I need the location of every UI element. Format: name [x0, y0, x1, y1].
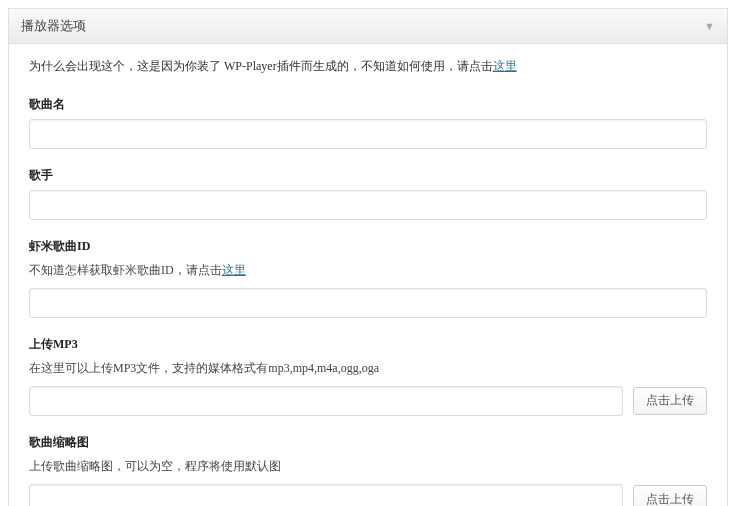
- song-name-input[interactable]: [29, 119, 707, 149]
- song-name-label: 歌曲名: [29, 96, 707, 113]
- xiami-help-link[interactable]: 这里: [222, 263, 246, 277]
- upload-mp3-hint: 在这里可以上传MP3文件，支持的媒体格式有mp3,mp4,m4a,ogg,oga: [29, 359, 707, 378]
- thumbnail-label: 歌曲缩略图: [29, 434, 707, 451]
- player-options-metabox: 播放器选项 ▼ 为什么会出现这个，这是因为你装了 WP-Player插件而生成的…: [8, 8, 728, 506]
- xiami-id-label: 虾米歌曲ID: [29, 238, 707, 255]
- field-artist: 歌手: [29, 167, 707, 220]
- artist-input[interactable]: [29, 190, 707, 220]
- field-xiami-id: 虾米歌曲ID 不知道怎样获取虾米歌曲ID，请点击这里: [29, 238, 707, 318]
- metabox-header[interactable]: 播放器选项 ▼: [9, 9, 727, 44]
- collapse-toggle-icon[interactable]: ▼: [704, 20, 715, 32]
- metabox-body: 为什么会出现这个，这是因为你装了 WP-Player插件而生成的，不知道如何使用…: [9, 44, 727, 506]
- intro-help-link[interactable]: 这里: [493, 59, 517, 73]
- upload-mp3-input[interactable]: [29, 386, 623, 416]
- upload-thumbnail-button[interactable]: 点击上传: [633, 485, 707, 506]
- xiami-id-input[interactable]: [29, 288, 707, 318]
- upload-mp3-label: 上传MP3: [29, 336, 707, 353]
- field-song-name: 歌曲名: [29, 96, 707, 149]
- xiami-hint-before-link: 不知道怎样获取虾米歌曲ID，请点击: [29, 263, 222, 277]
- thumbnail-input[interactable]: [29, 484, 623, 506]
- field-thumbnail: 歌曲缩略图 上传歌曲缩略图，可以为空，程序将使用默认图 点击上传: [29, 434, 707, 506]
- xiami-id-hint: 不知道怎样获取虾米歌曲ID，请点击这里: [29, 261, 707, 280]
- field-upload-mp3: 上传MP3 在这里可以上传MP3文件，支持的媒体格式有mp3,mp4,m4a,o…: [29, 336, 707, 416]
- intro-before-link: 为什么会出现这个，这是因为你装了 WP-Player插件而生成的，不知道如何使用…: [29, 59, 493, 73]
- upload-mp3-button[interactable]: 点击上传: [633, 387, 707, 415]
- thumbnail-hint: 上传歌曲缩略图，可以为空，程序将使用默认图: [29, 457, 707, 476]
- metabox-title: 播放器选项: [21, 17, 86, 35]
- artist-label: 歌手: [29, 167, 707, 184]
- intro-text: 为什么会出现这个，这是因为你装了 WP-Player插件而生成的，不知道如何使用…: [29, 56, 707, 78]
